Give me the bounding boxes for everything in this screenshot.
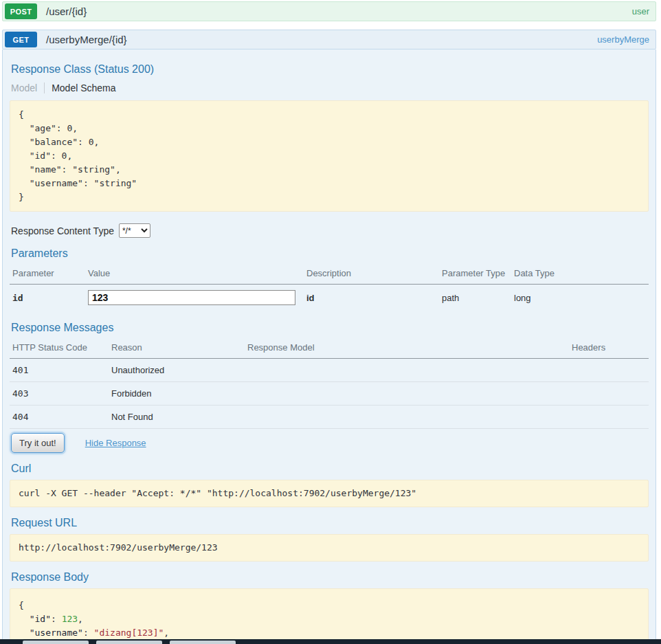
tab-model-schema[interactable]: Model Schema xyxy=(45,82,115,93)
response-body-code: { "id": 123, "username": "dizang[123]", … xyxy=(10,588,649,644)
parameters-heading: Parameters xyxy=(11,247,649,260)
headers xyxy=(569,406,649,429)
curl-heading: Curl xyxy=(11,463,649,475)
request-url-heading: Request URL xyxy=(11,517,649,529)
try-it-out-button[interactable]: Try it out! xyxy=(11,433,65,453)
parameter-description: id xyxy=(304,285,439,313)
parameter-data-type: long xyxy=(511,285,649,313)
swagger-page: POST /user/{id} user GET /userbyMerge/{i… xyxy=(0,0,661,644)
col-parameter: Parameter xyxy=(10,265,85,285)
json-comma: , xyxy=(78,614,83,624)
status-code: 403 xyxy=(10,382,109,406)
response-message-row-403: 403 Forbidden xyxy=(10,382,649,406)
get-operation-path-link[interactable]: /userbyMerge/{id} xyxy=(46,34,127,45)
response-messages-table: HTTP Status Code Reason Response Model H… xyxy=(10,339,649,429)
headers xyxy=(569,382,649,406)
reason: Unauthorized xyxy=(109,359,245,382)
curl-code: curl -X GET --header "Accept: */*" "http… xyxy=(10,480,649,507)
parameter-name: id xyxy=(10,285,85,313)
response-content-type-label: Response Content Type xyxy=(11,225,114,236)
taskbar-button xyxy=(96,641,162,644)
json-value-username: "dizang[123]" xyxy=(94,628,164,638)
col-headers: Headers xyxy=(569,339,649,359)
json-key-id: "id" xyxy=(30,614,51,624)
parameter-value-input[interactable] xyxy=(88,290,295,305)
json-value-id: 123 xyxy=(62,614,78,624)
json-colon: : xyxy=(51,614,62,624)
taskbar-button xyxy=(23,641,89,644)
response-model xyxy=(245,382,569,406)
response-model xyxy=(245,406,569,429)
parameters-header-row: Parameter Value Description Parameter Ty… xyxy=(10,265,649,285)
post-operation-path-link[interactable]: /user/{id} xyxy=(46,5,87,17)
get-operation-content: Response Class (Status 200) Model Model … xyxy=(2,49,656,644)
response-body-heading: Response Body xyxy=(11,571,649,584)
parameters-table: Parameter Value Description Parameter Ty… xyxy=(10,265,649,312)
col-description: Description xyxy=(304,265,439,285)
parameter-type: path xyxy=(439,285,511,313)
response-messages-heading: Response Messages xyxy=(11,322,649,334)
response-model xyxy=(245,359,569,382)
col-data-type: Data Type xyxy=(511,265,649,285)
submit-row: Try it out! Hide Response xyxy=(11,433,649,453)
model-tabs: Model Model Schema xyxy=(11,82,649,93)
taskbar-strip xyxy=(0,639,661,644)
json-colon: : xyxy=(83,628,94,638)
status-code: 401 xyxy=(10,359,109,382)
response-message-row-401: 401 Unauthorized xyxy=(10,359,649,382)
response-message-row-404: 404 Not Found xyxy=(10,406,649,429)
get-operation-heading: GET /userbyMerge/{id} userbyMerge xyxy=(2,30,656,49)
hide-response-link[interactable]: Hide Response xyxy=(85,438,146,448)
model-schema-code[interactable]: { "age": 0, "balance": 0, "id": 0, "name… xyxy=(10,100,649,212)
reason: Forbidden xyxy=(109,382,245,406)
parameter-row-id: id id path long xyxy=(10,285,649,313)
response-messages-header-row: HTTP Status Code Reason Response Model H… xyxy=(10,339,649,359)
col-response-model: Response Model xyxy=(245,339,569,359)
json-brace: { xyxy=(19,600,24,610)
taskbar-button xyxy=(170,641,236,644)
headers xyxy=(569,359,649,382)
post-method-badge[interactable]: POST xyxy=(5,3,37,19)
col-http-status-code: HTTP Status Code xyxy=(10,339,109,359)
get-method-badge[interactable]: GET xyxy=(5,32,37,47)
col-parameter-type: Parameter Type xyxy=(439,265,511,285)
request-url-code: http://localhost:7902/userbyMerge/123 xyxy=(10,534,649,562)
json-key-username: "username" xyxy=(30,628,83,638)
response-class-heading: Response Class (Status 200) xyxy=(11,63,649,76)
json-comma: , xyxy=(164,628,169,638)
post-operation: POST /user/{id} user xyxy=(2,1,656,21)
status-code: 404 xyxy=(10,406,109,429)
post-operation-nickname-link[interactable]: user xyxy=(632,6,649,16)
get-operation: GET /userbyMerge/{id} userbyMerge Respon… xyxy=(2,30,656,644)
response-content-type-row: Response Content Type */* xyxy=(11,223,649,238)
get-operation-nickname-link[interactable]: userbyMerge xyxy=(597,34,649,45)
tab-model[interactable]: Model xyxy=(11,82,45,93)
col-reason: Reason xyxy=(109,339,245,359)
response-content-type-select[interactable]: */* xyxy=(119,223,150,238)
col-value: Value xyxy=(85,265,304,285)
post-operation-heading: POST /user/{id} user xyxy=(2,1,656,21)
reason: Not Found xyxy=(109,406,245,429)
